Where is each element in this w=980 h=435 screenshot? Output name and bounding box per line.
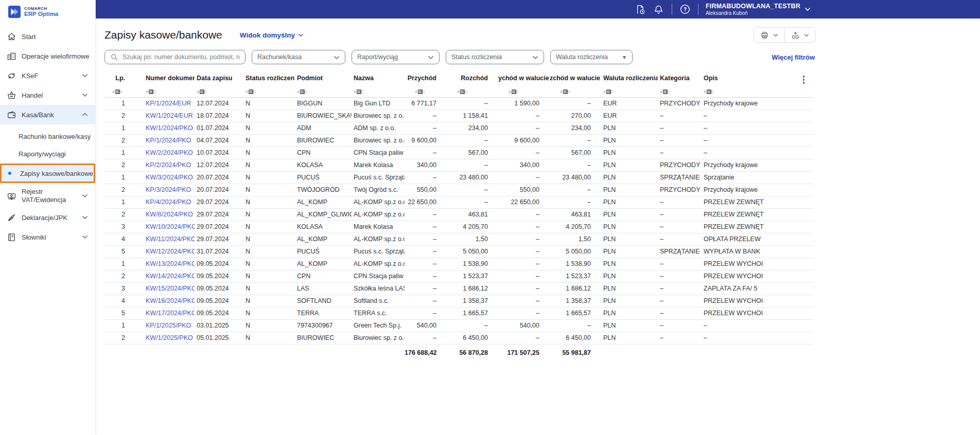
sidebar-item-raporty-wyci-gi[interactable]: Raporty/wyciągi bbox=[0, 145, 95, 162]
sidebar-item-label: Kasa/Bank bbox=[22, 111, 54, 119]
abc-filter-icon[interactable]: ABC bbox=[560, 89, 571, 94]
table-row[interactable]: 2KW/1/2025/PKO05.01.2025NBIUROWIECBiurow… bbox=[104, 332, 813, 344]
dropdown-label: Raport/wyciąg bbox=[357, 53, 398, 61]
abc-filter-icon[interactable]: ABC bbox=[660, 89, 671, 94]
abc-filter-icon[interactable]: ABC bbox=[603, 89, 614, 94]
sidebar-item-zapisy-kasowe-bankowe[interactable]: Zapisy kasowe/bankowe bbox=[0, 164, 95, 183]
document-link: KP/1/2024/EUR bbox=[146, 100, 191, 107]
sidebar-item-operacje-wielofirmowe[interactable]: Operacje wielofirmowe bbox=[0, 46, 95, 66]
abc-filter-icon[interactable]: ABC bbox=[146, 89, 156, 94]
column-header-przych-d[interactable]: Przychód bbox=[405, 71, 447, 85]
abc-filter-icon[interactable]: ABC bbox=[415, 89, 426, 94]
table-row[interactable]: 2KW/8/2024/PKO29.07.2024NAL_KOMP_GLIWICI… bbox=[104, 208, 813, 221]
abc-filter-icon[interactable]: ABC bbox=[509, 89, 519, 94]
filter-dropdown-waluta-rozliczenia[interactable]: Waluta rozliczenia▼ bbox=[550, 50, 633, 64]
column-header-waluta-rozliczenia[interactable]: Waluta rozliczenia bbox=[601, 71, 658, 85]
filter-dropdown-status-rozliczenia[interactable]: Status rozliczenia bbox=[446, 50, 544, 64]
sidebar-item-s-owniki[interactable]: Słowniki bbox=[0, 227, 95, 247]
filter-row: Rachunek/kasaRaport/wyciągStatus rozlicz… bbox=[104, 50, 816, 64]
filter-dropdown-rachunek-kasa[interactable]: Rachunek/kasa bbox=[252, 50, 345, 64]
book-icon bbox=[7, 232, 17, 242]
table-row[interactable]: 1KW/2/2024/PKO10.07.2024NCPNCPN Stacja p… bbox=[104, 147, 813, 159]
sidebar-item-rachunki-bankowe-kasy[interactable]: Rachunki bankowe/kasy bbox=[0, 128, 95, 145]
view-selector[interactable]: Widok domyślny bbox=[240, 31, 304, 39]
sidebar-item-label: Start bbox=[22, 33, 36, 41]
total-value: 171 507,25 bbox=[498, 344, 550, 361]
column-header-status-rozliczenia[interactable]: Status rozliczenia bbox=[243, 71, 295, 85]
table-row[interactable]: 5KW/12/2024/PKO31.07.2024NPUCUŚPucuś s.c… bbox=[104, 245, 813, 258]
sidebar-item-label: Słowniki bbox=[22, 233, 46, 241]
document-link: KP/1/2024/PKO bbox=[146, 137, 191, 144]
abc-filter-icon[interactable]: ABC bbox=[457, 89, 468, 94]
table-row[interactable]: 2KP/2/2024/PKO12.07.2024NKOLASAMarek Kol… bbox=[104, 159, 813, 171]
table-row[interactable]: 1KW/13/2024/PKO09.05.2024NAL_KOMPAL-KOMP… bbox=[104, 258, 813, 270]
abc-filter-icon[interactable]: ABC bbox=[297, 89, 308, 94]
table-row[interactable]: 3KW/10/2024/PKO29.07.2024NKOLASAMarek Ko… bbox=[104, 221, 813, 233]
column-header-podmiot[interactable]: Podmiot bbox=[295, 71, 352, 85]
sidebar-item-start[interactable]: Start bbox=[0, 27, 95, 46]
brand-line1: COMARCH bbox=[24, 7, 58, 11]
company-menu[interactable]: FIRMABUDOWLANA_TESTBR Aleksandra Kuboń bbox=[706, 3, 811, 16]
print-button[interactable] bbox=[754, 28, 784, 42]
table-row[interactable]: 1KP/1/2025/PKO03.01.2025N7974300967Green… bbox=[104, 319, 813, 332]
chevron-down-icon bbox=[82, 194, 88, 198]
dropdown-label: Rachunek/kasa bbox=[257, 53, 302, 61]
column-header-nazwa[interactable]: Nazwa bbox=[352, 71, 405, 85]
table-row[interactable]: 1KW/3/2024/PKO20.07.2024NPUCUŚPucuś s.c.… bbox=[104, 171, 813, 184]
sidebar-item-handel[interactable]: Handel bbox=[0, 85, 95, 105]
column-header-zch-d-w-walucie[interactable]: zchód w walucie bbox=[550, 71, 601, 85]
chevron-down-icon bbox=[428, 52, 434, 62]
table-row[interactable]: 4KW/16/2024/PKO09.05.2024NSOFTLANDSoftla… bbox=[104, 295, 813, 307]
chevron-down-icon bbox=[773, 33, 778, 37]
table-row[interactable]: 1KP/4/2024/PKO29.07.2024NAL_KOMPAL-KOMP … bbox=[104, 196, 813, 208]
table-row[interactable]: 3KW/15/2024/PKO09.05.2024NLASSzkółka leś… bbox=[104, 282, 813, 295]
sidebar-item-label: Rachunki bankowe/kasy bbox=[19, 133, 91, 140]
abc-filter-icon[interactable]: ABC bbox=[197, 89, 207, 94]
column-header-ych-d-w-walucie[interactable]: ychód w walucie bbox=[498, 71, 550, 85]
abc-filter-icon[interactable]: ABC bbox=[246, 89, 256, 94]
document-link: KW/8/2024/PKO bbox=[146, 211, 193, 218]
sidebar-item-kasa-bank[interactable]: Kasa/Bank bbox=[0, 105, 95, 124]
sidebar-item-deklaracje-jpk[interactable]: Deklaracje/JPK bbox=[0, 208, 95, 227]
sidebar-item-label: Raporty/wyciągi bbox=[19, 150, 66, 158]
abc-filter-icon[interactable]: ABC bbox=[704, 89, 714, 94]
sidebar-item-rejestr-vat-ewidencja[interactable]: Rejestr VAT/Ewidencja bbox=[0, 184, 95, 208]
app-root: COMARCH ERP Optima StartOperacje wielofi… bbox=[0, 0, 980, 435]
help-icon[interactable]: ? bbox=[679, 4, 691, 15]
column-header-lp[interactable]: Lp. bbox=[104, 71, 135, 85]
notifications-icon[interactable] bbox=[653, 4, 664, 15]
abc-filter-icon[interactable]: ABC bbox=[354, 89, 364, 94]
chevron-down-icon bbox=[334, 52, 340, 62]
sidebar-item-label: KSeF bbox=[22, 72, 39, 80]
table-row[interactable]: 2KW/1/2024/EUR18.07.2024NBIUROWIEC_SKAWB… bbox=[104, 110, 813, 122]
column-header-opis[interactable]: Opis bbox=[702, 71, 794, 85]
tasks-icon[interactable] bbox=[635, 4, 646, 15]
export-button[interactable] bbox=[784, 28, 815, 42]
table-actions bbox=[754, 27, 816, 43]
table-row[interactable]: 5KW/17/2024/PKO09.05.2024NTERRATERRA s.c… bbox=[104, 307, 813, 319]
comarch-logo: COMARCH ERP Optima bbox=[0, 0, 95, 23]
table-row[interactable]: 1KP/1/2024/EUR12.07.2024NBIGGUNBig Gun L… bbox=[104, 97, 813, 110]
column-header-rozch-d[interactable]: Rozchód bbox=[447, 71, 498, 85]
table-row[interactable]: 2KW/14/2024/PKO09.05.2024NCPNCPN Stacja … bbox=[104, 270, 813, 282]
search-input[interactable] bbox=[122, 53, 240, 61]
search-icon bbox=[110, 53, 118, 61]
table-row[interactable]: 2KP/3/2024/PKO20.07.2024NTWÓJOGRÓDTwój O… bbox=[104, 184, 813, 196]
sidebar-item-label: Rejestr VAT/Ewidencja bbox=[22, 188, 69, 205]
column-header-data-zapisu[interactable]: Data zapisu bbox=[195, 71, 243, 85]
table-row[interactable]: 1KW/1/2024/PKO01.07.2024NADMADM sp. z o.… bbox=[104, 122, 813, 134]
chevron-down-icon bbox=[532, 52, 538, 62]
table-menu-kebab-icon[interactable] bbox=[801, 75, 807, 85]
sidebar-item-ksef[interactable]: KSeF bbox=[0, 66, 95, 85]
table-row[interactable]: 2KP/1/2024/PKO04.07.2024NBIUROWIECBiurow… bbox=[104, 134, 813, 147]
more-filters-link[interactable]: Więcej filtrów bbox=[772, 53, 815, 61]
column-header-numer-dokumentu[interactable]: Numer dokumentu bbox=[135, 71, 195, 85]
chevron-up-icon bbox=[82, 113, 88, 117]
sidebar-item-label: Handel bbox=[22, 92, 43, 99]
filter-dropdown-raport-wyci-g[interactable]: Raport/wyciąg bbox=[352, 50, 440, 64]
column-header-kategoria[interactable]: Kategoria bbox=[658, 71, 702, 85]
table-body: 1KP/1/2024/EUR12.07.2024NBIGGUNBig Gun L… bbox=[104, 97, 813, 361]
topbar: ? FIRMABUDOWLANA_TESTBR Aleksandra Kuboń bbox=[96, 0, 980, 19]
table-row[interactable]: 4KW/11/2024/PKO29.07.2024NAL_KOMPAL-KOMP… bbox=[104, 233, 813, 245]
abc-filter-icon[interactable]: ABC bbox=[112, 89, 123, 94]
